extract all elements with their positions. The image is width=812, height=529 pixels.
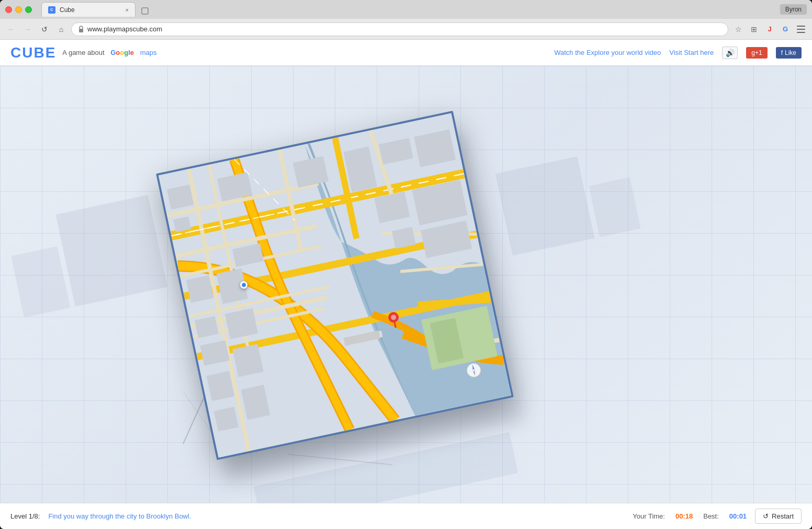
map-inner bbox=[159, 113, 511, 458]
nav-bar: ← → ↺ ⌂ www.playmapscube.com ☆ ⊞ J G bbox=[0, 19, 812, 40]
close-window-button[interactable] bbox=[5, 6, 12, 13]
new-tab-button[interactable] bbox=[138, 5, 152, 17]
tagline: A game about Google maps bbox=[62, 49, 156, 56]
google-logo: Google bbox=[110, 49, 134, 56]
map-svg bbox=[159, 113, 511, 458]
nav-icons-right: ☆ ⊞ J G bbox=[731, 22, 808, 36]
svg-rect-1 bbox=[79, 29, 83, 32]
game-area[interactable] bbox=[0, 66, 812, 503]
best-value: 00:01 bbox=[729, 512, 747, 520]
bookmark-star-icon[interactable]: ☆ bbox=[731, 22, 745, 36]
extension-icon-2[interactable]: J bbox=[763, 22, 776, 36]
lock-icon bbox=[78, 26, 84, 33]
url-display: www.playmapscube.com bbox=[87, 25, 721, 33]
svg-rect-0 bbox=[142, 8, 148, 14]
tab-title: Cube bbox=[60, 6, 75, 14]
your-time-value: 00:18 bbox=[675, 512, 693, 520]
time-section: Your Time: 00:18 Best: 00:01 bbox=[633, 512, 747, 520]
extension-icon-1[interactable]: ⊞ bbox=[747, 22, 761, 36]
tabs-area: C Cube × bbox=[41, 2, 776, 17]
menu-line bbox=[797, 29, 805, 30]
bottom-bar: Level 1/8: Find you way through the city… bbox=[0, 503, 812, 529]
your-time-label: Your Time: bbox=[633, 512, 665, 520]
tab-close-button[interactable]: × bbox=[126, 7, 129, 13]
fb-icon: f bbox=[781, 49, 783, 56]
restart-label: Restart bbox=[772, 512, 794, 520]
visit-start-link[interactable]: Visit Start here bbox=[669, 49, 714, 56]
svg-rect-2 bbox=[56, 195, 167, 306]
back-button[interactable]: ← bbox=[4, 22, 18, 36]
svg-point-59 bbox=[466, 362, 482, 378]
svg-line-7 bbox=[183, 392, 207, 444]
restart-button[interactable]: ↺ Restart bbox=[755, 509, 802, 524]
user-name: Byron bbox=[780, 4, 807, 15]
menu-line bbox=[797, 32, 805, 33]
cube-logo: CUBE bbox=[10, 44, 56, 61]
address-bar[interactable]: www.playmapscube.com bbox=[71, 22, 728, 36]
sound-button[interactable]: 🔊 bbox=[722, 47, 738, 59]
title-bar: C Cube × Byron bbox=[0, 0, 812, 19]
map-container[interactable] bbox=[156, 111, 514, 460]
header-right: Watch the Explore your world video Visit… bbox=[554, 47, 802, 59]
traffic-lights bbox=[5, 6, 32, 13]
home-button[interactable]: ⌂ bbox=[54, 22, 68, 36]
menu-icon[interactable] bbox=[794, 22, 808, 36]
menu-line bbox=[797, 26, 805, 27]
svg-rect-3 bbox=[11, 246, 70, 317]
gplus-button[interactable]: g+1 bbox=[746, 47, 767, 59]
hamburger-menu[interactable] bbox=[794, 22, 808, 36]
fb-label: Like bbox=[785, 49, 796, 56]
svg-rect-4 bbox=[495, 156, 595, 256]
tab-favicon: C bbox=[48, 6, 55, 14]
svg-rect-38 bbox=[214, 407, 239, 431]
maps-text: maps bbox=[140, 49, 157, 56]
best-label: Best: bbox=[703, 512, 719, 520]
restart-icon: ↺ bbox=[763, 512, 769, 520]
level-info: Level 1/8: bbox=[10, 512, 40, 520]
browser-frame: C Cube × Byron ← → ↺ ⌂ bbox=[0, 0, 812, 529]
tagline-prefix: A game about bbox=[62, 49, 104, 56]
refresh-button[interactable]: ↺ bbox=[38, 22, 51, 36]
svg-rect-5 bbox=[589, 177, 640, 237]
active-tab[interactable]: C Cube × bbox=[41, 2, 136, 17]
gplus-label: g+1 bbox=[751, 49, 762, 56]
maximize-window-button[interactable] bbox=[25, 6, 32, 13]
minimize-window-button[interactable] bbox=[15, 6, 22, 13]
watch-video-link[interactable]: Watch the Explore your world video bbox=[554, 49, 661, 56]
app-header: CUBE A game about Google maps Watch the … bbox=[0, 40, 812, 66]
facebook-like-button[interactable]: f Like bbox=[776, 47, 802, 59]
forward-button[interactable]: → bbox=[21, 22, 35, 36]
level-task: Find you way through the city to Brookly… bbox=[48, 512, 191, 520]
svg-rect-34 bbox=[186, 275, 214, 303]
extension-icon-3[interactable]: G bbox=[779, 22, 792, 36]
sound-icon: 🔊 bbox=[726, 49, 735, 57]
